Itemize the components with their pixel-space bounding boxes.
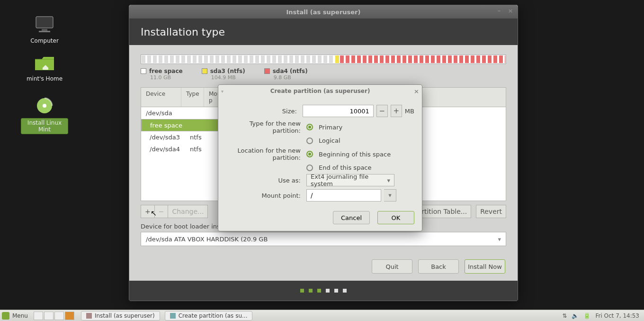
minimize-button[interactable]: – (495, 7, 503, 16)
change-partition-button[interactable]: Change... (168, 205, 208, 218)
taskbar-entry-installer[interactable]: Install (as superuser) (81, 311, 160, 321)
taskbar: Menu Install (as superuser) Create parti… (0, 310, 644, 321)
quit-button[interactable]: Quit (372, 259, 412, 274)
size-input[interactable] (303, 105, 374, 117)
mint-logo-icon (2, 312, 9, 320)
use-as-select[interactable]: Ext4 journaling file system (306, 174, 394, 186)
cancel-button[interactable]: Cancel (333, 211, 370, 224)
folder-home-icon (33, 54, 56, 73)
partition-usage-bar[interactable] (141, 55, 506, 64)
size-increment-button[interactable]: + (391, 105, 402, 117)
disc-icon (33, 96, 56, 115)
desktop-icon-computer[interactable]: Computer (21, 16, 68, 44)
volume-icon[interactable]: 🔈 (572, 312, 579, 319)
app-icon (86, 313, 92, 319)
svg-rect-2 (39, 31, 50, 32)
clock[interactable]: Fri Oct 7, 14:53 (595, 312, 639, 319)
desktop-icon-installer[interactable]: Install Linux Mint (21, 96, 68, 134)
window-titlebar[interactable]: Install (as superuser) – × (129, 5, 518, 18)
radio-logical[interactable] (306, 138, 313, 144)
desktop-icon-label: Computer (30, 37, 59, 44)
table-row-selected[interactable]: free space (141, 119, 229, 131)
partition-legend: free space11.0 GB sda3 (ntfs)104.9 MB sd… (141, 68, 506, 81)
start-menu-button[interactable]: Menu (0, 312, 32, 320)
revert-button[interactable]: Revert (476, 205, 506, 218)
dialog-titlebar[interactable]: ▾ Create partition (as superuser) × (218, 85, 422, 97)
install-now-button[interactable]: Install Now (465, 259, 505, 274)
svg-rect-0 (36, 17, 53, 28)
terminal-launcher[interactable] (54, 312, 64, 320)
radio-location-begin[interactable] (306, 151, 313, 157)
svg-rect-1 (42, 29, 47, 31)
desktop-icon-label: mint's Home (27, 75, 63, 82)
partition-type-label: Type for the new partition: (226, 120, 306, 134)
radio-primary[interactable] (306, 124, 313, 130)
mount-point-label: Mount point: (226, 192, 306, 199)
window-title: Install (as superuser) (286, 9, 361, 16)
close-button[interactable]: × (506, 7, 515, 16)
create-partition-dialog: ▾ Create partition (as superuser) × Size… (218, 84, 422, 231)
step-indicator (129, 281, 518, 301)
desktop-icon-home[interactable]: mint's Home (21, 54, 68, 82)
desktop-icon-label: Install Linux Mint (21, 118, 68, 134)
app-icon (170, 313, 176, 319)
radio-location-end[interactable] (306, 165, 313, 171)
col-device[interactable]: Device (141, 88, 181, 107)
show-desktop-launcher[interactable] (34, 312, 43, 320)
mount-point-dropdown-button[interactable]: ▾ (384, 189, 396, 202)
battery-icon[interactable]: 🔋 (583, 312, 590, 319)
browser-launcher[interactable] (65, 312, 74, 320)
grip-icon: ▾ (221, 89, 224, 94)
monitor-icon (33, 16, 56, 35)
network-icon[interactable]: ⇅ (562, 312, 567, 319)
size-unit: MB (405, 108, 414, 115)
col-type[interactable]: Type (181, 88, 204, 107)
svg-point-4 (43, 104, 46, 108)
mount-point-input[interactable] (306, 189, 381, 202)
dialog-title: Create partition (as superuser) (270, 88, 370, 94)
location-label: Location for the new partition: (226, 147, 306, 161)
use-as-label: Use as: (226, 177, 306, 184)
bootloader-device-combo[interactable]: /dev/sda ATA VBOX HARDDISK (20.9 GB (141, 232, 506, 246)
size-label: Size: (226, 108, 303, 115)
ok-button[interactable]: OK (377, 211, 414, 224)
taskbar-entry-dialog[interactable]: Create partition (as su... (165, 311, 253, 321)
file-manager-launcher[interactable] (44, 312, 54, 320)
close-icon[interactable]: × (414, 88, 419, 95)
back-button[interactable]: Back (418, 259, 459, 274)
mouse-cursor-icon: ↖ (151, 209, 157, 218)
page-header: Installation type (129, 18, 518, 45)
size-decrement-button[interactable]: − (376, 105, 388, 117)
